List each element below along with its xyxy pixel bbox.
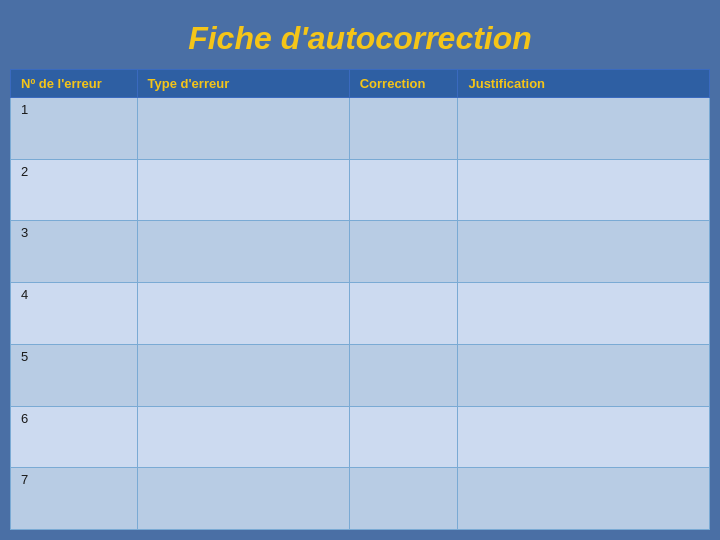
cell-type-1	[137, 98, 349, 160]
cell-justification-5	[458, 344, 710, 406]
cell-num-5: 5	[11, 344, 138, 406]
table-row: 1	[11, 98, 710, 160]
cell-num-2: 2	[11, 159, 138, 221]
cell-correction-2	[349, 159, 458, 221]
table-wrapper: Nº de l'erreur Type d'erreur Correction …	[10, 69, 710, 530]
table-header-row: Nº de l'erreur Type d'erreur Correction …	[11, 70, 710, 98]
table-row: 2	[11, 159, 710, 221]
cell-num-7: 7	[11, 468, 138, 530]
cell-type-4	[137, 283, 349, 345]
table-row: 4	[11, 283, 710, 345]
cell-correction-7	[349, 468, 458, 530]
cell-justification-7	[458, 468, 710, 530]
autocorrection-table: Nº de l'erreur Type d'erreur Correction …	[10, 69, 710, 530]
table-row: 7	[11, 468, 710, 530]
col-header-num: Nº de l'erreur	[11, 70, 138, 98]
cell-correction-4	[349, 283, 458, 345]
table-row: 5	[11, 344, 710, 406]
page-title: Fiche d'autocorrection	[10, 10, 710, 69]
cell-justification-6	[458, 406, 710, 468]
cell-correction-3	[349, 221, 458, 283]
cell-justification-3	[458, 221, 710, 283]
cell-justification-4	[458, 283, 710, 345]
col-header-justification: Justification	[458, 70, 710, 98]
cell-num-6: 6	[11, 406, 138, 468]
cell-type-2	[137, 159, 349, 221]
cell-num-1: 1	[11, 98, 138, 160]
cell-type-3	[137, 221, 349, 283]
page-container: Fiche d'autocorrection Nº de l'erreur Ty…	[0, 0, 720, 540]
cell-correction-6	[349, 406, 458, 468]
cell-type-5	[137, 344, 349, 406]
cell-type-6	[137, 406, 349, 468]
cell-type-7	[137, 468, 349, 530]
col-header-type: Type d'erreur	[137, 70, 349, 98]
table-row: 6	[11, 406, 710, 468]
cell-num-3: 3	[11, 221, 138, 283]
cell-correction-1	[349, 98, 458, 160]
cell-correction-5	[349, 344, 458, 406]
cell-justification-2	[458, 159, 710, 221]
table-row: 3	[11, 221, 710, 283]
cell-num-4: 4	[11, 283, 138, 345]
cell-justification-1	[458, 98, 710, 160]
col-header-correction: Correction	[349, 70, 458, 98]
